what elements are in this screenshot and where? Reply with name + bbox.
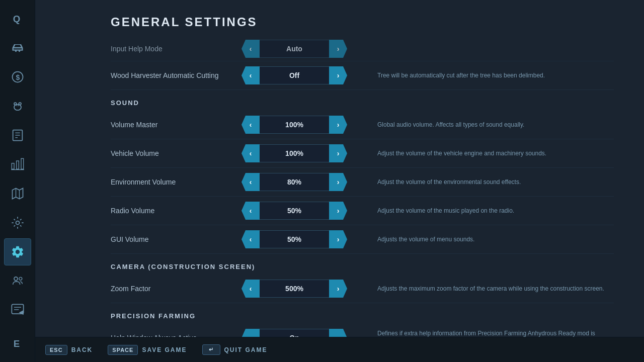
environment-volume-decrease-btn[interactable]: ‹: [242, 173, 260, 191]
vehicle-volume-decrease-btn[interactable]: ‹: [242, 144, 260, 162]
sidebar: Q $ E: [0, 0, 35, 362]
setting-desc-vehicle-volume: Adjust the volume of the vehicle engine …: [347, 149, 614, 158]
sidebar-item-q[interactable]: Q: [4, 5, 31, 32]
sidebar-item-animals[interactable]: [4, 93, 31, 120]
setting-control-wood-harvester: ‹ Off ›: [242, 66, 347, 84]
setting-desc-zoom-factor: Adjusts the maximum zoom factor of the c…: [347, 285, 614, 293]
partial-setting-row: Input Help Mode ‹ Auto ›: [111, 37, 614, 61]
setting-label-radio-volume: Radio Volume: [111, 207, 242, 215]
partial-increase-btn[interactable]: ›: [329, 40, 347, 58]
save-label: SAVE GAME: [142, 346, 187, 353]
gui-volume-decrease-btn[interactable]: ‹: [242, 230, 260, 248]
volume-master-value: 100%: [260, 116, 329, 134]
partial-value: Auto: [260, 40, 329, 58]
environment-volume-increase-btn[interactable]: ›: [329, 173, 347, 191]
save-key: SPACE: [108, 345, 138, 355]
section-header-sound: SOUND: [111, 90, 614, 111]
setting-row-zoom-factor: Zoom Factor ‹ 500% › Adjusts the maximum…: [111, 275, 614, 303]
setting-desc-volume-master: Global audio volume. Affects all types o…: [347, 121, 614, 129]
page-header: GENERAL SETTINGS: [35, 0, 644, 37]
gui-volume-value: 50%: [260, 230, 329, 248]
vehicle-volume-value: 100%: [260, 144, 329, 162]
back-label: BACK: [71, 346, 93, 353]
sidebar-item-economy[interactable]: $: [4, 63, 31, 90]
svg-text:$: $: [16, 73, 20, 81]
setting-row-volume-master: Volume Master ‹ 100% › Global audio volu…: [111, 111, 614, 139]
back-key: ESC: [45, 345, 67, 355]
svg-text:E: E: [13, 338, 19, 349]
setting-control-radio-volume: ‹ 50% ›: [242, 202, 347, 220]
setting-desc-gui-volume: Adjusts the volume of menu sounds.: [347, 235, 614, 244]
setting-label-volume-master: Volume Master: [111, 121, 242, 129]
vehicle-volume-increase-btn[interactable]: ›: [329, 144, 347, 162]
sidebar-item-vehicle[interactable]: [4, 34, 31, 61]
page-title: GENERAL SETTINGS: [111, 15, 604, 29]
footer: ESC BACK SPACE SAVE GAME ↵ QUIT GAME: [35, 337, 644, 362]
section-header-camera: CAMERA (CONSTRUCTION SCREEN): [111, 254, 614, 275]
sidebar-item-e[interactable]: E: [4, 330, 31, 357]
save-game-button[interactable]: SPACE SAVE GAME: [108, 345, 187, 355]
partial-label: Input Help Mode: [111, 45, 242, 53]
setting-desc-wood-harvester: Tree will be automatically cut after the…: [347, 71, 614, 80]
settings-scroll[interactable]: Input Help Mode ‹ Auto › Wood Harvester …: [35, 37, 644, 337]
svg-point-5: [19, 103, 21, 105]
svg-text:Q: Q: [13, 14, 20, 24]
svg-point-20: [19, 277, 22, 280]
help-window-value: On: [260, 329, 329, 337]
help-window-increase-btn[interactable]: ›: [329, 329, 347, 337]
setting-label-zoom-factor: Zoom Factor: [111, 285, 242, 293]
radio-volume-decrease-btn[interactable]: ‹: [242, 202, 260, 220]
svg-rect-13: [16, 161, 19, 169]
radio-volume-value: 50%: [260, 202, 329, 220]
setting-control-gui-volume: ‹ 50% ›: [242, 230, 347, 248]
zoom-factor-decrease-btn[interactable]: ‹: [242, 280, 260, 298]
partial-control: ‹ Auto ›: [242, 40, 347, 58]
partial-decrease-btn[interactable]: ‹: [242, 40, 260, 58]
setting-row-gui-volume: GUI Volume ‹ 50% › Adjusts the volume of…: [111, 225, 614, 254]
svg-point-19: [14, 277, 18, 281]
wood-harvester-value: Off: [260, 66, 329, 84]
setting-row-help-window: Help Window Always Active ‹ On › Defines…: [111, 324, 614, 337]
setting-label-vehicle-volume: Vehicle Volume: [111, 149, 242, 157]
setting-row-environment-volume: Environment Volume ‹ 80% › Adjust the vo…: [111, 168, 614, 197]
quit-key: ↵: [202, 344, 220, 355]
setting-row-radio-volume: Radio Volume ‹ 50% › Adjust the volume o…: [111, 197, 614, 225]
zoom-factor-increase-btn[interactable]: ›: [329, 280, 347, 298]
section-header-precision: PRECISION FARMING: [111, 303, 614, 324]
setting-label-wood-harvester: Wood Harvester Automatic Cutting: [111, 71, 242, 79]
sidebar-item-multiplayer[interactable]: [4, 267, 31, 295]
gui-volume-increase-btn[interactable]: ›: [329, 230, 347, 248]
sidebar-item-equipment[interactable]: [4, 209, 31, 236]
volume-master-increase-btn[interactable]: ›: [329, 116, 347, 134]
sidebar-item-contracts[interactable]: [4, 122, 31, 149]
svg-point-18: [16, 221, 19, 225]
quit-label: QUIT GAME: [224, 346, 268, 353]
wood-harvester-increase-btn[interactable]: ›: [329, 66, 347, 84]
main-content: GENERAL SETTINGS Input Help Mode ‹ Auto …: [35, 0, 644, 362]
setting-label-environment-volume: Environment Volume: [111, 178, 242, 186]
environment-volume-value: 80%: [260, 173, 329, 191]
volume-master-decrease-btn[interactable]: ‹: [242, 116, 260, 134]
setting-desc-environment-volume: Adjust the volume of the environmental s…: [347, 178, 614, 187]
setting-control-environment-volume: ‹ 80% ›: [242, 173, 347, 191]
setting-desc-help-window: Defines if extra help information from P…: [347, 329, 614, 337]
setting-desc-radio-volume: Adjust the volume of the music played on…: [347, 207, 614, 215]
help-window-decrease-btn[interactable]: ‹: [242, 329, 260, 337]
sidebar-item-map[interactable]: [4, 180, 31, 207]
setting-control-help-window: ‹ On ›: [242, 329, 347, 337]
setting-row-wood-harvester: Wood Harvester Automatic Cutting ‹ Off ›…: [111, 61, 614, 90]
quit-game-button[interactable]: ↵ QUIT GAME: [202, 344, 268, 355]
setting-control-volume-master: ‹ 100% ›: [242, 116, 347, 134]
wood-harvester-decrease-btn[interactable]: ‹: [242, 66, 260, 84]
sidebar-item-help[interactable]: [4, 297, 31, 324]
svg-point-4: [14, 103, 17, 105]
sidebar-item-settings[interactable]: [4, 238, 31, 265]
setting-control-vehicle-volume: ‹ 100% ›: [242, 144, 347, 162]
sidebar-item-production[interactable]: [4, 151, 31, 178]
setting-row-vehicle-volume: Vehicle Volume ‹ 100% › Adjust the volum…: [111, 139, 614, 168]
svg-marker-24: [19, 310, 23, 315]
setting-label-gui-volume: GUI Volume: [111, 235, 242, 243]
back-button[interactable]: ESC BACK: [45, 345, 93, 355]
zoom-factor-value: 500%: [260, 280, 329, 298]
radio-volume-increase-btn[interactable]: ›: [329, 202, 347, 220]
